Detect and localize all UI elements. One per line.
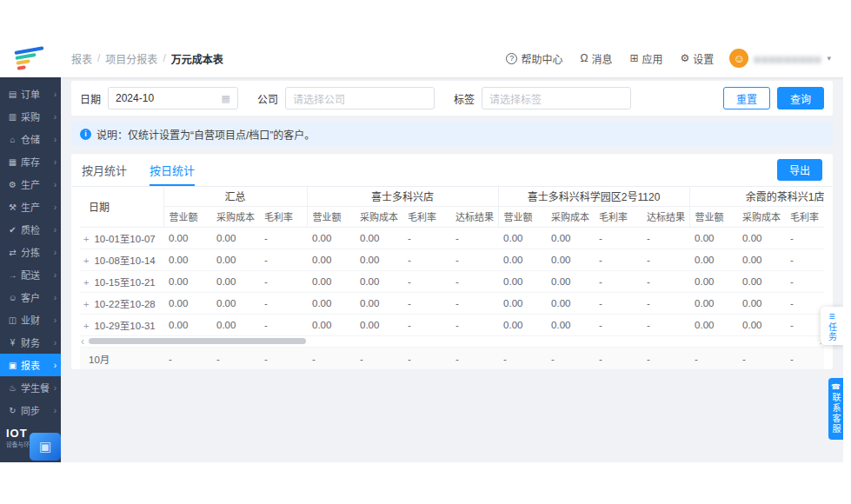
column-header: 采购成本 <box>355 206 402 227</box>
expand-icon[interactable]: + <box>83 255 89 266</box>
summary-value-cell: - <box>594 348 642 370</box>
header-action-settings[interactable]: ⚙设置 <box>680 51 714 66</box>
value-cell: - <box>450 314 498 335</box>
sidebar-item-10[interactable]: ◫业财› <box>0 308 61 331</box>
table-row: +10-15至10-210.000.00-0.000.00--0.000.00-… <box>80 270 824 292</box>
summary-value-cell: - <box>259 348 307 370</box>
breadcrumb: 报表/项目分报表/万元成本表 <box>71 51 223 66</box>
expand-icon[interactable]: + <box>83 234 89 244</box>
value-cell: - <box>642 249 689 270</box>
app-logo[interactable] <box>0 39 61 77</box>
sidebar-item-label: 订单 <box>21 87 51 101</box>
scroll-left-icon[interactable]: ‹ <box>81 336 84 347</box>
sidebar-item-8[interactable]: →配送› <box>0 263 61 286</box>
value-cell: - <box>594 227 642 249</box>
chevron-right-icon: › <box>54 361 57 370</box>
apps-icon: ⊞ <box>629 53 638 63</box>
chevron-right-icon: › <box>54 225 57 235</box>
value-cell: - <box>450 270 498 292</box>
user-chip[interactable]: ☺ ▆▆▆▆▆▆▆▆▆ ▾ <box>729 49 831 68</box>
query-button[interactable]: 查询 <box>777 87 824 109</box>
export-button[interactable]: 导出 <box>777 159 822 181</box>
column-header: 毛利率 <box>402 206 450 227</box>
sidebar-item-3[interactable]: ▦库存› <box>0 150 61 173</box>
value-cell: 0.00 <box>211 270 259 292</box>
summary-value-cell: - <box>737 348 785 370</box>
alert-text: 说明：仅统计设置为“自营项目点/档口”的客户。 <box>96 127 315 142</box>
inventory-icon: ▦ <box>7 157 18 167</box>
sidebar-item-13[interactable]: ♨学生餐› <box>0 376 61 399</box>
gear-icon: ⚙ <box>680 53 689 63</box>
tab-1[interactable]: 按日统计 <box>150 154 195 186</box>
value-cell: - <box>259 292 307 314</box>
app-window: 报表/项目分报表/万元成本表 ?帮助中心Ω消息⊞应用⚙设置 ☺ ▆▆▆▆▆▆▆▆… <box>0 39 843 462</box>
bell-icon: Ω <box>580 53 588 63</box>
sidebar-item-1[interactable]: ▥采购› <box>0 105 61 128</box>
company-placeholder: 请选择公司 <box>293 91 345 106</box>
value-cell: 0.00 <box>211 227 259 249</box>
tab-0[interactable]: 按月统计 <box>82 154 127 186</box>
header-action-apps[interactable]: ⊞应用 <box>629 51 662 66</box>
sidebar-item-0[interactable]: ▤订单› <box>0 83 61 105</box>
sidebar-item-14[interactable]: ↻同步› <box>0 399 61 421</box>
reset-button[interactable]: 重置 <box>723 87 770 109</box>
value-cell: 0.00 <box>498 292 546 314</box>
sidebar-item-7[interactable]: ⇄分拣› <box>0 241 61 263</box>
row-date-cell: +10-29至10-31 <box>80 314 163 335</box>
chevron-down-icon: ▾ <box>827 54 831 63</box>
summary-value-cell: - <box>211 348 259 370</box>
sidebar-item-4[interactable]: ⚙生产› <box>0 173 61 196</box>
summary-value-cell: - <box>163 348 211 370</box>
sidebar-item-11[interactable]: ¥财务› <box>0 331 61 354</box>
company-select[interactable]: 请选择公司 <box>285 87 435 109</box>
sidebar-item-label: 仓储 <box>21 132 51 146</box>
sidebar-item-label: 报表 <box>21 358 51 372</box>
row-date: 10-22至10-28 <box>94 299 155 309</box>
summary-value-cell: - <box>546 348 594 370</box>
help-icon: ? <box>506 53 517 64</box>
value-cell: 0.00 <box>163 314 211 335</box>
value-cell: 0.00 <box>307 270 355 292</box>
tag-select[interactable]: 请选择标签 <box>482 87 631 109</box>
breadcrumb-item[interactable]: 项目分报表 <box>105 51 157 66</box>
value-cell: 0.00 <box>737 292 785 314</box>
sorting-icon: ⇄ <box>7 248 18 257</box>
sidebar-item-5[interactable]: ⚒生产› <box>0 196 61 218</box>
iot-section: IOT 设备与环境 ▣ <box>0 422 61 462</box>
expand-icon[interactable]: + <box>83 321 89 331</box>
tasks-widget[interactable]: ≡ 任务 <box>821 307 843 345</box>
top-header: 报表/项目分报表/万元成本表 ?帮助中心Ω消息⊞应用⚙设置 ☺ ▆▆▆▆▆▆▆▆… <box>0 39 843 77</box>
value-cell: 0.00 <box>355 314 402 335</box>
value-cell: - <box>594 292 642 314</box>
sidebar-item-9[interactable]: ☺客户› <box>0 286 61 308</box>
header-action-messages[interactable]: Ω消息 <box>580 51 612 66</box>
date-filter: 日期 2024-10 ▦ <box>80 87 238 109</box>
row-date-cell: +10-08至10-14 <box>80 249 163 270</box>
table-row: +10-29至10-310.000.00-0.000.00--0.000.00-… <box>80 314 824 335</box>
summary-table: 10月--------------- <box>80 348 824 370</box>
warehouse-icon: ⌂ <box>7 135 18 144</box>
expand-icon[interactable]: + <box>83 299 89 309</box>
value-cell: - <box>642 314 689 335</box>
chevron-right-icon: › <box>54 383 57 393</box>
header-action-help-center[interactable]: ?帮助中心 <box>506 51 562 66</box>
scrollbar-thumb[interactable] <box>89 338 306 344</box>
sidebar-item-6[interactable]: ✔质检› <box>0 218 61 241</box>
customers-icon: ☺ <box>7 293 18 302</box>
customer-service-button[interactable]: ☎ 联系客服 <box>828 378 843 440</box>
chevron-right-icon: › <box>54 135 57 144</box>
date-input[interactable]: 2024-10 ▦ <box>108 87 238 109</box>
logo-icon <box>14 46 46 70</box>
page-title: 万元成本表 <box>171 51 223 66</box>
expand-icon[interactable]: + <box>83 277 89 288</box>
sidebar-item-2[interactable]: ⌂仓储› <box>0 128 61 150</box>
summary-viewport: 10月--------------- <box>80 348 824 370</box>
horizontal-scrollbar[interactable] <box>87 338 817 345</box>
value-cell: - <box>785 227 824 249</box>
breadcrumb-item[interactable]: 报表 <box>71 51 92 66</box>
sidebar-item-label: 同步 <box>21 403 51 417</box>
value-cell: 0.00 <box>498 270 546 292</box>
summary-value-cell: - <box>355 348 402 370</box>
sidebar-item-12[interactable]: ▣报表› <box>0 354 61 376</box>
summary-value-cell: - <box>402 348 450 370</box>
